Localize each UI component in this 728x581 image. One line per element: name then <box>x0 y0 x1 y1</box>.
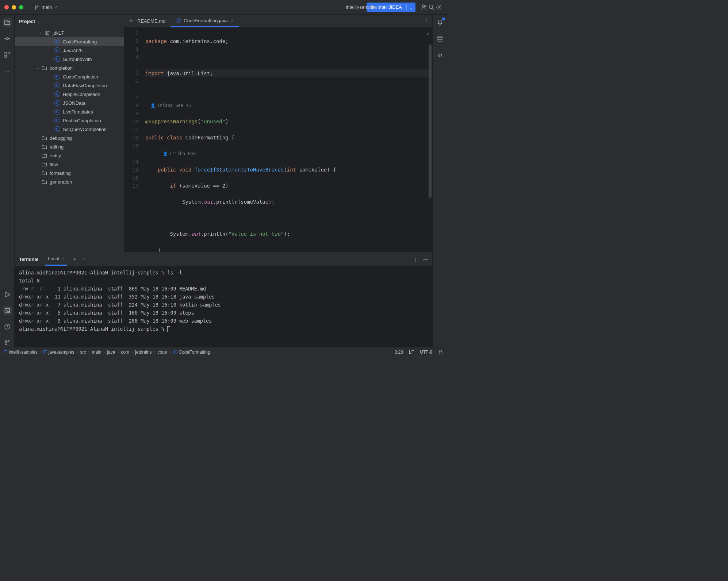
class-icon: C <box>54 100 61 106</box>
tree-row-editing[interactable]: ›editing <box>15 142 124 151</box>
close-icon[interactable]: × <box>231 18 234 23</box>
crumb-label: CodeFormatting <box>179 350 210 355</box>
terminal-line: drwxr-xr-x 11 alina.mishina staff 352 Ma… <box>19 293 428 301</box>
terminal-more-button[interactable]: ⋮ <box>413 257 418 262</box>
tree-row-livetemplates[interactable]: CLiveTemplates <box>15 107 124 116</box>
crumb-main[interactable]: main <box>92 350 101 355</box>
svg-point-2 <box>6 38 8 40</box>
class-icon: C <box>54 47 61 54</box>
terminal-line: alina.mishina@NLTMP0021-AlinaM intellij-… <box>19 269 428 277</box>
tree-row-flow[interactable]: ›flow <box>15 160 124 169</box>
branch-name: main <box>42 4 52 10</box>
cursor <box>167 326 170 332</box>
tree-row-sqlquerycompletion[interactable]: CSqlQueryCompletion <box>15 125 124 134</box>
tree-row-entity[interactable]: ›entity <box>15 151 124 160</box>
project-title-dropdown[interactable]: intellij-samples ⌄ <box>346 4 382 10</box>
tree-label: entity <box>50 153 61 158</box>
line-number: 3 <box>124 45 138 53</box>
tree-row-postfixcompletion[interactable]: CPostfixCompletion <box>15 116 124 125</box>
problems-tool-button[interactable] <box>3 322 12 331</box>
crumb-java[interactable]: java <box>107 350 115 355</box>
tree-row-surroundwith[interactable]: CSurroundWith <box>15 55 124 64</box>
tree-row-jsondata[interactable]: CJSONData <box>15 99 124 107</box>
maven-button[interactable]: m <box>436 50 444 59</box>
tree-row-codecompletion[interactable]: CCodeCompletion <box>15 72 124 81</box>
breadcrumb-bar: intellij-samples›java-samples›src›main›j… <box>0 347 447 357</box>
tree-row-debugging[interactable]: ›debugging <box>15 134 124 142</box>
readonly-icon[interactable] <box>438 350 443 355</box>
project-panel-title: Project <box>19 19 35 24</box>
minimize-icon[interactable] <box>12 5 16 9</box>
project-title: intellij-samples <box>346 4 377 10</box>
crumb-intellij-samples[interactable]: intellij-samples <box>4 350 38 355</box>
more-tool-button[interactable]: ⋯ <box>3 66 12 75</box>
file-encoding[interactable]: UTF-8 <box>420 350 432 355</box>
database-button[interactable] <box>436 34 444 43</box>
editor-more-button[interactable]: ⋮ <box>424 18 429 24</box>
terminal-tab-local[interactable]: Local × <box>45 253 67 266</box>
crumb-CodeFormatting[interactable]: CCodeFormatting <box>173 350 210 355</box>
add-terminal-button[interactable]: ＋ <box>72 256 77 262</box>
folder-icon <box>41 170 47 176</box>
chevron-right-icon: › <box>76 350 78 355</box>
tab-codeformatting-java[interactable]: CCodeFormatting.java× <box>170 15 238 27</box>
crumb-label: main <box>92 350 101 355</box>
code-area[interactable]: package com.jetbrains.code; import java.… <box>143 28 432 252</box>
chevron-right-icon: › <box>40 350 41 355</box>
line-separator[interactable]: LF <box>409 350 414 355</box>
tree-row-codeformatting[interactable]: CCodeFormatting <box>15 37 124 46</box>
run-tool-button[interactable] <box>3 290 12 299</box>
tree-row-formatting[interactable]: ›formatting <box>15 169 124 177</box>
editor-gutter: 1234567891011121314151617 <box>124 28 143 252</box>
crumb-src[interactable]: src <box>80 350 86 355</box>
vcs-tool-button[interactable] <box>3 338 12 347</box>
crumb-jetbrains[interactable]: jetbrains <box>135 350 152 355</box>
tree-row-hippiecompletion[interactable]: CHippieCompletion <box>15 90 124 99</box>
project-panel-header[interactable]: Project ⌄ <box>15 15 124 28</box>
structure-tool-button[interactable] <box>3 50 12 59</box>
line-number: 4 <box>124 53 138 61</box>
code-with-me-button[interactable] <box>421 4 428 11</box>
terminal-title: Terminal <box>19 257 38 262</box>
tab-readme-md[interactable]: M↓README.md <box>124 15 170 27</box>
terminal-body[interactable]: alina.mishina@NLTMP0021-AlinaM intellij-… <box>15 266 432 347</box>
scrollbar[interactable] <box>429 45 432 198</box>
tree-label: CodeCompletion <box>63 74 98 80</box>
maximize-icon[interactable] <box>19 5 23 9</box>
run-dropdown-button[interactable]: ⌄ <box>406 4 415 10</box>
tree-row-dataflowcompletion[interactable]: CDataFlowCompletion <box>15 81 124 90</box>
chevron-right-icon: › <box>103 350 105 355</box>
project-tool-button[interactable] <box>3 18 12 27</box>
search-button[interactable] <box>428 4 435 11</box>
chevron-right-icon: › <box>88 350 89 355</box>
tree-row-completion[interactable]: ⌄completion <box>15 64 124 72</box>
crumb-com[interactable]: com <box>121 350 129 355</box>
close-icon[interactable]: × <box>61 256 64 261</box>
settings-button[interactable] <box>435 4 442 11</box>
tree-row-generation[interactable]: ›generation <box>15 177 124 186</box>
chevron-down-icon: ⌄ <box>60 5 63 9</box>
line-number <box>124 85 138 93</box>
crumb-code[interactable]: code <box>157 350 167 355</box>
tree-label: HippieCompletion <box>63 92 100 97</box>
editor-body[interactable]: ✓ 1234567891011121314151617 package com.… <box>124 28 432 252</box>
project-tree[interactable]: ›jdk17CCodeFormattingCJavaAt25CSurroundW… <box>15 28 124 252</box>
project-panel: Project ⌄ ›jdk17CCodeFormattingCJavaAt25… <box>15 15 124 252</box>
tree-row-jdk17[interactable]: ›jdk17 <box>15 28 124 37</box>
minimize-panel-button[interactable]: — <box>423 257 428 262</box>
crumb-java-samples[interactable]: java-samples <box>43 350 74 355</box>
close-icon[interactable] <box>4 5 9 9</box>
window-controls <box>4 5 23 9</box>
notifications-button[interactable] <box>436 18 444 27</box>
terminal-dropdown[interactable]: ⌄ <box>82 256 85 262</box>
line-number <box>124 61 138 69</box>
terminal-tool-button[interactable] <box>3 306 12 315</box>
cursor-position[interactable]: 3:23 <box>395 350 403 355</box>
tree-row-javaat25[interactable]: CJavaAt25 <box>15 46 124 55</box>
class-icon: C <box>54 108 61 115</box>
commit-tool-button[interactable] <box>3 34 12 43</box>
chevron-right-icon: › <box>131 350 133 355</box>
folder-icon <box>4 19 11 26</box>
vcs-branch-button[interactable]: main ↗ ⌄ <box>34 4 63 10</box>
terminal-line: drwxr-xr-x 9 alina.mishina staff 288 May… <box>19 317 428 325</box>
